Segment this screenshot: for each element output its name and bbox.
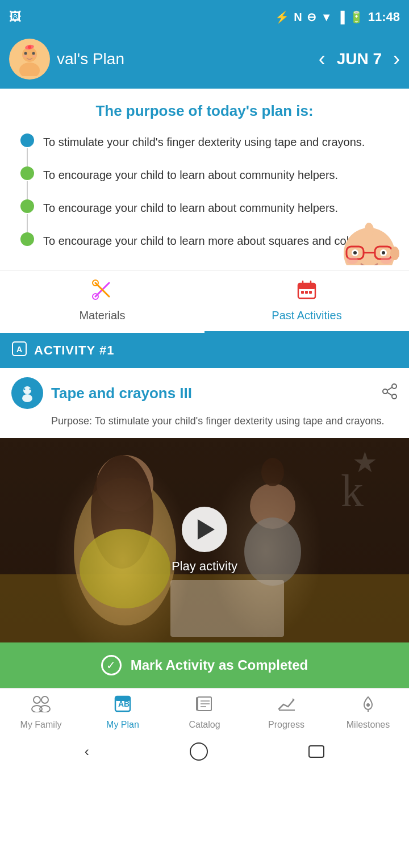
nav-milestones[interactable]: Milestones <box>327 695 409 730</box>
svg-line-45 <box>387 387 392 390</box>
svg-point-3 <box>24 52 27 55</box>
activity-title-left: Tape and crayons III <box>11 377 192 409</box>
tab-past-activities-label: Past Activities <box>272 309 341 322</box>
battery-icon: 🔋 <box>349 10 364 24</box>
home-button[interactable] <box>190 742 208 761</box>
svg-point-16 <box>380 249 387 256</box>
svg-point-44 <box>392 394 397 399</box>
purpose-item-3: To encourage your child to learn about c… <box>43 199 400 216</box>
header: val's Plan ‹ JUN 7 › <box>0 34 409 89</box>
svg-point-6 <box>32 55 36 57</box>
svg-point-9 <box>347 265 392 265</box>
activity-title-row: Tape and crayons III <box>11 377 398 409</box>
check-circle-icon: ✓ <box>101 655 122 675</box>
nav-my-family[interactable]: My Family <box>0 695 82 730</box>
mark-complete-label: Mark Activity as Completed <box>131 657 308 673</box>
svg-text:★: ★ <box>352 446 378 478</box>
svg-rect-33 <box>301 291 304 294</box>
play-label: Play activity <box>172 559 237 574</box>
video-container[interactable]: k ★ Play activity <box>0 438 409 642</box>
purpose-list: To stimulate your child's finger dexteri… <box>9 133 400 249</box>
purpose-text-3: To encourage your child to learn about c… <box>43 199 338 216</box>
progress-icon <box>277 695 296 716</box>
play-overlay[interactable]: Play activity <box>172 507 237 574</box>
tab-materials-label: Materials <box>79 309 125 322</box>
svg-point-39 <box>22 394 32 402</box>
purpose-item-4: To encourage your child to learn more ab… <box>43 232 400 249</box>
purpose-text-2: To encourage your child to learn about c… <box>43 166 338 183</box>
dot-connector-1 <box>20 133 34 171</box>
dot-connector-3 <box>20 199 34 237</box>
svg-point-20 <box>347 256 358 264</box>
activity-purpose: Purpose: To stimulate your child's finge… <box>51 414 398 429</box>
status-bar: 🖼 ⚡ N ⊖ ▼ ▐ 🔋 11:48 <box>0 0 409 34</box>
svg-point-8 <box>28 45 31 49</box>
profile-name: val's Plan <box>57 50 124 68</box>
nav-progress-label: Progress <box>268 720 304 730</box>
svg-point-40 <box>24 389 26 390</box>
next-date-button[interactable]: › <box>393 47 400 71</box>
tab-past-activities[interactable]: Past Activities <box>204 270 409 333</box>
recent-button[interactable] <box>308 745 324 758</box>
activity-icon-circle <box>11 377 43 409</box>
bottom-nav: My Family AB My Plan Catalog <box>0 688 409 735</box>
share-button[interactable] <box>382 383 398 403</box>
activity-name: Tape and crayons III <box>51 385 192 402</box>
status-bar-left: 🖼 <box>9 10 22 24</box>
dot-2 <box>20 166 34 180</box>
svg-rect-67 <box>196 697 198 711</box>
svg-line-46 <box>387 393 392 395</box>
svg-point-43 <box>383 389 387 394</box>
time: 11:48 <box>368 10 400 24</box>
svg-point-15 <box>353 251 357 254</box>
nfc-icon: N <box>294 11 302 24</box>
svg-rect-34 <box>305 291 308 294</box>
milestones-icon <box>358 695 378 716</box>
purpose-section: The purpose of today's plan is: To stimu… <box>0 89 409 265</box>
play-icon <box>198 519 215 540</box>
play-button[interactable] <box>182 507 227 552</box>
materials-icon <box>92 279 112 304</box>
nav-my-plan-label: My Plan <box>106 720 139 730</box>
nav-catalog[interactable]: Catalog <box>164 695 245 730</box>
purpose-text-1: To stimulate your child's finger dexteri… <box>43 133 365 151</box>
svg-point-42 <box>392 384 397 389</box>
wifi-icon: ▼ <box>321 11 332 24</box>
dot-connector-2 <box>20 166 34 204</box>
nav-my-plan[interactable]: AB My Plan <box>82 695 164 730</box>
prev-date-button[interactable]: ‹ <box>319 47 325 71</box>
svg-point-14 <box>352 249 358 256</box>
dot-1 <box>20 133 34 147</box>
nav-my-family-label: My Family <box>20 720 62 730</box>
svg-point-72 <box>366 703 370 707</box>
header-left: val's Plan <box>9 39 124 80</box>
svg-point-41 <box>30 389 31 390</box>
svg-point-4 <box>32 52 35 55</box>
purpose-item-2: To encourage your child to learn about c… <box>43 166 400 183</box>
activity-header: A ACTIVITY #1 <box>0 333 409 368</box>
activity-header-icon: A <box>11 341 27 360</box>
purpose-title: The purpose of today's plan is: <box>9 102 400 120</box>
system-nav: ‹ <box>0 735 409 769</box>
svg-rect-30 <box>298 283 315 289</box>
nav-progress[interactable]: Progress <box>245 695 327 730</box>
past-activities-icon <box>297 279 317 304</box>
svg-point-62 <box>40 706 50 712</box>
tab-materials[interactable]: Materials <box>0 270 204 333</box>
svg-point-55 <box>244 518 301 586</box>
nav-milestones-label: Milestones <box>347 720 390 730</box>
svg-point-38 <box>23 386 31 394</box>
dot-3 <box>20 199 34 213</box>
purpose-item-1: To stimulate your child's finger dexteri… <box>43 133 400 151</box>
dot-4 <box>20 232 34 246</box>
header-nav: ‹ JUN 7 › <box>319 47 400 71</box>
my-family-icon <box>31 695 51 716</box>
back-button[interactable]: ‹ <box>85 744 89 760</box>
svg-text:A: A <box>16 345 22 354</box>
mark-complete-button[interactable]: ✓ Mark Activity as Completed <box>0 642 409 688</box>
activity-card: Tape and crayons III Purpose: To stimula… <box>0 368 409 438</box>
svg-rect-35 <box>309 291 312 294</box>
status-bar-right: ⚡ N ⊖ ▼ ▐ 🔋 11:48 <box>275 10 400 24</box>
svg-point-59 <box>34 696 40 703</box>
svg-rect-56 <box>170 580 284 637</box>
